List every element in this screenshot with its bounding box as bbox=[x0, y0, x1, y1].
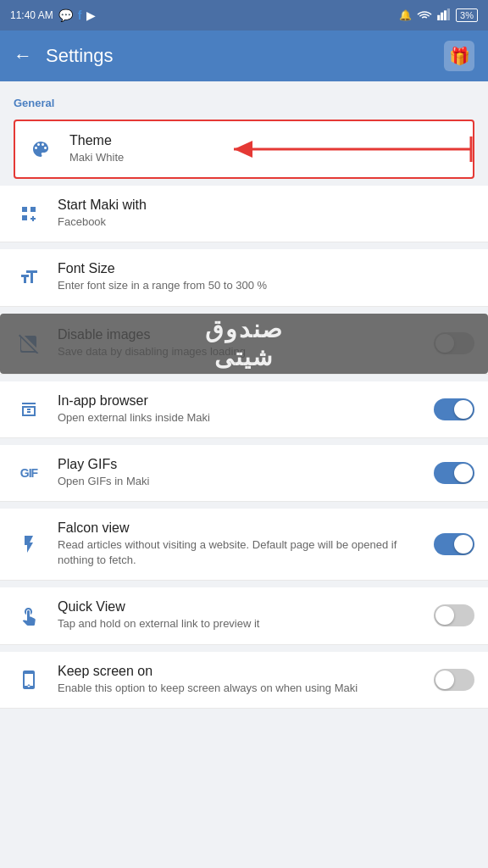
settings-item-play-gifs[interactable]: GIF Play GIFs Open GIFs in Maki bbox=[0, 445, 488, 502]
font-size-text: Font Size Enter font size in a range fro… bbox=[58, 261, 474, 293]
browser-icon bbox=[14, 394, 44, 425]
keep-screen-on-text: Keep screen on Enable this option to kee… bbox=[58, 664, 425, 696]
play-gifs-toggle-wrapper bbox=[434, 462, 474, 484]
watermark-text: صندوقشيتى bbox=[205, 315, 284, 371]
touch-icon bbox=[14, 600, 44, 631]
battery-icon: 3% bbox=[456, 8, 478, 22]
falcon-view-text: Falcon view Read articles without visiti… bbox=[58, 520, 425, 568]
back-button[interactable]: ← bbox=[14, 45, 32, 67]
settings-item-disable-images[interactable]: Disable images Save data by disabling im… bbox=[0, 314, 488, 375]
svg-rect-2 bbox=[444, 10, 446, 20]
falcon-view-subtitle: Read articles without visiting a website… bbox=[58, 537, 425, 568]
in-app-browser-text: In-app browser Open external links insid… bbox=[58, 393, 425, 426]
bell-icon: 🔔 bbox=[399, 9, 412, 21]
signal-icon bbox=[437, 8, 451, 23]
svg-rect-1 bbox=[441, 12, 443, 19]
whatsapp-icon: 💬 bbox=[58, 8, 73, 22]
play-gifs-title: Play GIFs bbox=[58, 457, 425, 472]
falcon-view-toggle-wrapper bbox=[434, 533, 474, 555]
in-app-browser-toggle[interactable] bbox=[434, 398, 474, 420]
play-gifs-subtitle: Open GIFs in Maki bbox=[58, 474, 425, 489]
theme-title: Theme bbox=[69, 133, 463, 148]
font-size-icon bbox=[14, 262, 44, 292]
in-app-browser-toggle-wrapper bbox=[434, 398, 474, 420]
start-maki-text: Start Maki with Facebook bbox=[58, 198, 474, 230]
page-title: Settings bbox=[46, 45, 114, 67]
time: 11:40 AM bbox=[10, 9, 53, 21]
wifi-icon bbox=[417, 8, 432, 23]
in-app-browser-title: In-app browser bbox=[58, 393, 425, 409]
quick-view-toggle-wrapper bbox=[434, 604, 474, 626]
keep-screen-on-subtitle: Enable this option to keep screen always… bbox=[58, 681, 425, 696]
bolt-icon bbox=[14, 529, 44, 559]
play-gifs-toggle[interactable] bbox=[434, 462, 474, 484]
keep-screen-on-toggle-wrapper bbox=[434, 669, 474, 691]
font-size-subtitle: Enter font size in a range from 50 to 30… bbox=[58, 278, 474, 293]
status-right: 🔔 3% bbox=[399, 8, 478, 23]
keep-screen-on-toggle[interactable] bbox=[434, 669, 474, 691]
font-size-title: Font Size bbox=[58, 261, 474, 276]
header-left: ← Settings bbox=[14, 45, 114, 67]
settings-content: General Theme Maki White bbox=[0, 81, 488, 719]
falcon-view-toggle[interactable] bbox=[434, 533, 474, 555]
screen-icon bbox=[14, 665, 44, 695]
play-gifs-text: Play GIFs Open GIFs in Maki bbox=[58, 457, 425, 489]
settings-item-start-maki[interactable]: Start Maki with Facebook bbox=[0, 186, 488, 242]
settings-item-theme[interactable]: Theme Maki White bbox=[14, 120, 474, 179]
theme-text: Theme Maki White bbox=[69, 133, 463, 165]
svg-rect-0 bbox=[437, 14, 440, 19]
quick-view-title: Quick View bbox=[58, 599, 425, 615]
status-bar: 11:40 AM 💬 f ▶ 🔔 3% bbox=[0, 0, 488, 31]
start-maki-title: Start Maki with bbox=[58, 198, 474, 213]
settings-item-font-size[interactable]: Font Size Enter font size in a range fro… bbox=[0, 249, 488, 306]
start-maki-icon bbox=[14, 198, 44, 229]
keep-screen-on-title: Keep screen on bbox=[58, 664, 425, 679]
settings-item-falcon-view[interactable]: Falcon view Read articles without visiti… bbox=[0, 509, 488, 581]
theme-subtitle: Maki White bbox=[69, 150, 463, 165]
quick-view-text: Quick View Tap and hold on external link… bbox=[58, 599, 425, 632]
general-section-label: General bbox=[0, 92, 488, 116]
watermark-overlay: صندوقشيتى bbox=[0, 314, 488, 374]
in-app-browser-subtitle: Open external links inside Maki bbox=[58, 410, 425, 426]
quick-view-subtitle: Tap and hold on external link to preview… bbox=[58, 616, 425, 632]
header: ← Settings 🎁 bbox=[0, 31, 488, 81]
settings-item-quick-view[interactable]: Quick View Tap and hold on external link… bbox=[0, 587, 488, 644]
start-maki-subtitle: Facebook bbox=[58, 214, 474, 230]
gif-icon: GIF bbox=[14, 458, 44, 488]
palette-icon bbox=[25, 134, 56, 164]
settings-item-keep-screen-on[interactable]: Keep screen on Enable this option to kee… bbox=[0, 652, 488, 709]
svg-rect-3 bbox=[447, 8, 450, 20]
falcon-view-title: Falcon view bbox=[58, 520, 425, 536]
play-icon: ▶ bbox=[86, 8, 96, 22]
status-left: 11:40 AM 💬 f ▶ bbox=[10, 8, 96, 22]
facebook-icon: f bbox=[78, 8, 82, 22]
quick-view-toggle[interactable] bbox=[434, 604, 474, 626]
settings-item-in-app-browser[interactable]: In-app browser Open external links insid… bbox=[0, 381, 488, 438]
gift-button[interactable]: 🎁 bbox=[444, 41, 474, 71]
